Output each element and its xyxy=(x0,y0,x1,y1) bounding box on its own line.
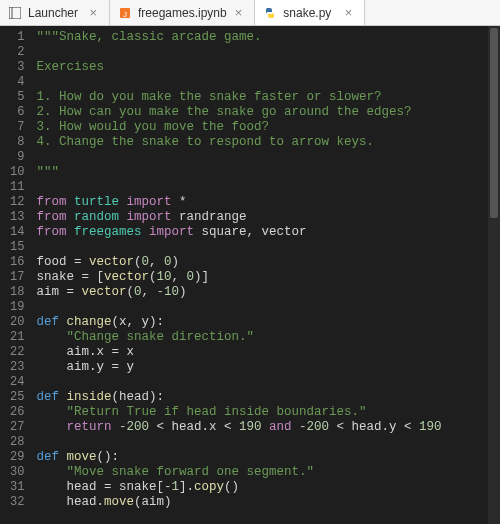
close-icon[interactable]: × xyxy=(233,6,245,19)
tab-label: Launcher xyxy=(28,6,81,20)
code-editor[interactable]: 1234567891011121314151617181920212223242… xyxy=(0,26,500,524)
scrollbar-thumb[interactable] xyxy=(490,28,498,218)
close-icon[interactable]: × xyxy=(87,6,99,19)
python-icon xyxy=(263,6,277,20)
launcher-icon xyxy=(8,6,22,20)
svg-text:J: J xyxy=(123,9,127,18)
notebook-icon: J xyxy=(118,6,132,20)
line-number-gutter: 1234567891011121314151617181920212223242… xyxy=(0,26,30,524)
tab-freegames-ipynb[interactable]: J freegames.ipynb × xyxy=(110,0,255,25)
svg-rect-0 xyxy=(9,7,21,19)
close-icon[interactable]: × xyxy=(343,6,355,19)
code-content[interactable]: """Snake, classic arcade game.Exercises1… xyxy=(30,26,441,524)
vertical-scrollbar[interactable] xyxy=(488,26,500,524)
tab-label: snake.py xyxy=(283,6,336,20)
tab-snake-py[interactable]: snake.py × xyxy=(255,0,365,25)
tab-label: freegames.ipynb xyxy=(138,6,227,20)
tab-launcher[interactable]: Launcher × xyxy=(0,0,110,25)
tab-bar: Launcher × J freegames.ipynb × snake.py … xyxy=(0,0,500,26)
